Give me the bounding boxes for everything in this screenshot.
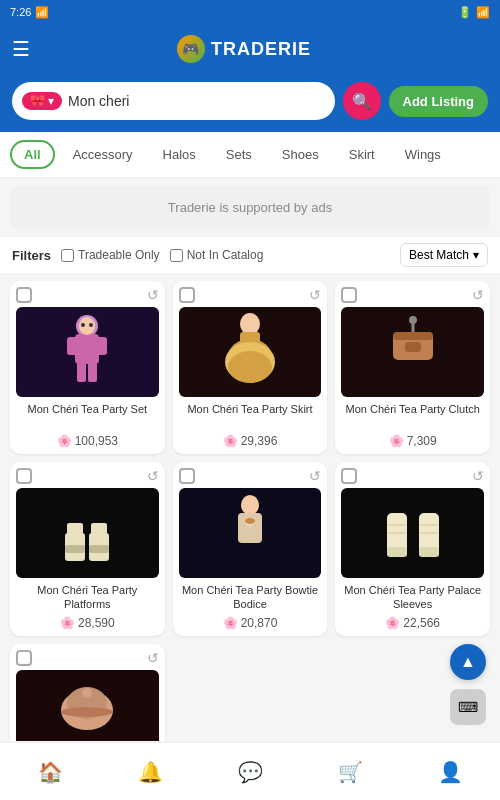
category-dropdown[interactable]: 🎀 ▾	[22, 92, 62, 110]
status-icons: 📶	[35, 6, 49, 19]
nav-item-notifications[interactable]: 🔔	[100, 743, 200, 800]
search-button[interactable]: 🔍	[343, 82, 381, 120]
home-icon: 🏠	[38, 760, 63, 784]
search-input[interactable]	[68, 93, 325, 109]
category-arrow: ▾	[48, 94, 54, 108]
item-card[interactable]: ↺ Mon Chéri Tea Party Clutch 🌸 7,309	[335, 281, 490, 454]
svg-rect-2	[67, 337, 79, 355]
svg-rect-17	[405, 342, 421, 352]
item-card[interactable]: ↺ Mon Chéri Tea Party Skirt 🌸 29,396	[173, 281, 328, 454]
item-checkbox[interactable]	[16, 468, 32, 484]
item-image-placeholder	[341, 488, 484, 578]
svg-point-40	[61, 707, 113, 717]
item-image	[341, 307, 484, 397]
item-image	[16, 488, 159, 578]
item-card[interactable]: ↺ Mon Chéri Tea Party Palace Sleeves 🌸 2…	[335, 462, 490, 636]
price-value: 100,953	[75, 434, 118, 448]
menu-button[interactable]: ☰	[12, 37, 30, 61]
item-refresh-icon[interactable]: ↺	[309, 468, 321, 484]
item-refresh-icon[interactable]: ↺	[472, 468, 484, 484]
item-card[interactable]: ↺ Mon Chéri Tea Party Bowtie Bodice 🌸 20…	[173, 462, 328, 636]
item-checkbox[interactable]	[179, 287, 195, 303]
scroll-up-button[interactable]: ▲	[450, 644, 486, 680]
profile-icon: 👤	[438, 760, 463, 784]
item-checkbox[interactable]	[341, 468, 357, 484]
keyboard-icon: ⌨	[458, 699, 478, 715]
nav-item-cart[interactable]: 🛒	[300, 743, 400, 800]
not-in-catalog-checkbox[interactable]	[170, 249, 183, 262]
price-icon: 🌸	[223, 616, 238, 630]
item-name: Mon Chéri Tea Party Palace Sleeves	[341, 583, 484, 612]
price-value: 20,870	[241, 616, 278, 630]
price-icon: 🌸	[60, 616, 75, 630]
item-checkbox[interactable]	[341, 287, 357, 303]
item-refresh-icon[interactable]: ↺	[472, 287, 484, 303]
keyboard-button[interactable]: ⌨	[450, 689, 486, 725]
item-price: 🌸 22,566	[341, 616, 484, 630]
messages-icon: 💬	[238, 760, 263, 784]
item-refresh-icon[interactable]: ↺	[147, 287, 159, 303]
item-image-placeholder	[16, 307, 159, 397]
category-tab-halos[interactable]: Halos	[151, 142, 208, 167]
filters-label: Filters	[12, 248, 51, 263]
item-price: 🌸 20,870	[179, 616, 322, 630]
price-value: 22,566	[403, 616, 440, 630]
item-price: 🌸 7,309	[341, 434, 484, 448]
nav-item-home[interactable]: 🏠	[0, 743, 100, 800]
item-name: Mon Chéri Tea Party Clutch	[341, 402, 484, 430]
price-icon: 🌸	[389, 434, 404, 448]
item-card[interactable]: ↺ Mon Chéri Tea Party Platforms 🌸 28,590	[10, 462, 165, 636]
item-refresh-icon[interactable]: ↺	[147, 650, 159, 666]
price-value: 7,309	[407, 434, 437, 448]
category-tab-accessory[interactable]: Accessory	[61, 142, 145, 167]
item-image-placeholder	[179, 488, 322, 578]
nav-item-messages[interactable]: 💬	[200, 743, 300, 800]
sort-label: Best Match	[409, 248, 469, 262]
scroll-up-icon: ▲	[460, 653, 476, 671]
ad-text: Traderie is supported by ads	[168, 200, 332, 215]
svg-rect-22	[65, 545, 85, 553]
item-card-top: ↺	[341, 287, 484, 303]
status-left: 7:26 📶	[10, 6, 49, 19]
item-card[interactable]: ↺ Mon Chéri Tea Party Lovely Beret 🌸 9,9…	[10, 644, 165, 741]
item-card-top: ↺	[16, 650, 159, 666]
status-bar: 7:26 📶 🔋 📶	[0, 0, 500, 24]
not-in-catalog-filter[interactable]: Not In Catalog	[170, 248, 264, 262]
category-tab-sets[interactable]: Sets	[214, 142, 264, 167]
category-tab-all[interactable]: All	[10, 140, 55, 169]
notifications-icon: 🔔	[138, 760, 163, 784]
sort-arrow: ▾	[473, 248, 479, 262]
item-image-placeholder	[16, 670, 159, 741]
item-card[interactable]: ↺ Mon Chéri Tea Party Set 🌸 100,953	[10, 281, 165, 454]
item-refresh-icon[interactable]: ↺	[147, 468, 159, 484]
category-tab-wings[interactable]: Wings	[393, 142, 453, 167]
item-checkbox[interactable]	[16, 650, 32, 666]
category-tabs: AllAccessoryHalosSetsShoesSkirtWings	[0, 132, 500, 178]
svg-point-26	[241, 495, 259, 515]
filters-row: Filters Tradeable Only Not In Catalog Be…	[0, 237, 500, 273]
add-listing-button[interactable]: Add Listing	[389, 86, 489, 117]
item-checkbox[interactable]	[179, 468, 195, 484]
item-price: 🌸 29,396	[179, 434, 322, 448]
svg-rect-5	[88, 362, 97, 382]
tradeable-only-label: Tradeable Only	[78, 248, 160, 262]
svg-rect-3	[95, 337, 107, 355]
category-tab-shoes[interactable]: Shoes	[270, 142, 331, 167]
item-name: Mon Chéri Tea Party Set	[16, 402, 159, 430]
battery-icon: 🔋	[458, 6, 472, 19]
tradeable-only-filter[interactable]: Tradeable Only	[61, 248, 160, 262]
search-bar: 🎀 ▾ 🔍 Add Listing	[0, 74, 500, 132]
category-tab-skirt[interactable]: Skirt	[337, 142, 387, 167]
nav-item-profile[interactable]: 👤	[400, 743, 500, 800]
item-checkbox[interactable]	[16, 287, 32, 303]
item-image	[16, 307, 159, 397]
price-icon: 🌸	[57, 434, 72, 448]
item-name: Mon Chéri Tea Party Platforms	[16, 583, 159, 612]
item-card-top: ↺	[179, 287, 322, 303]
search-icon: 🔍	[352, 92, 372, 111]
sort-dropdown[interactable]: Best Match ▾	[400, 243, 488, 267]
price-value: 28,590	[78, 616, 115, 630]
logo-icon: 🎮	[177, 35, 205, 63]
item-refresh-icon[interactable]: ↺	[309, 287, 321, 303]
tradeable-only-checkbox[interactable]	[61, 249, 74, 262]
